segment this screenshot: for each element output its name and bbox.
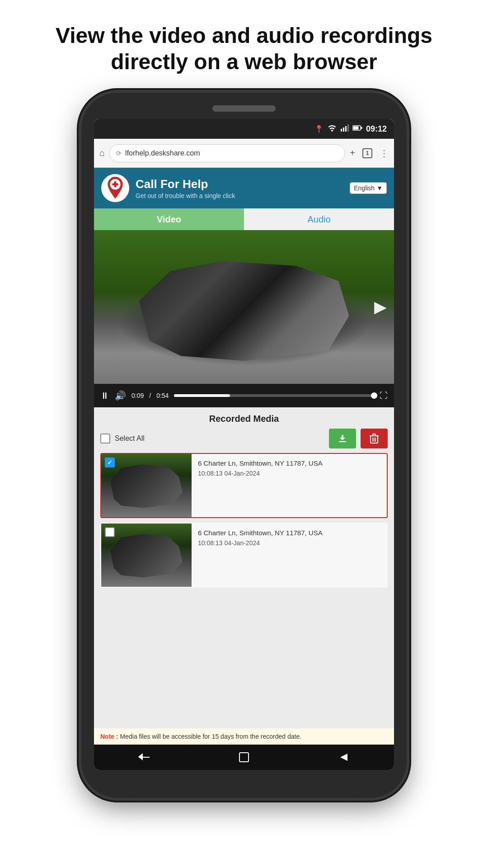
media-thumbnail-1 xyxy=(101,454,192,517)
total-time: 0:54 xyxy=(156,392,169,399)
progress-bar[interactable] xyxy=(174,394,374,397)
time-separator: / xyxy=(149,392,151,399)
battery-icon xyxy=(352,125,362,133)
signal-icon xyxy=(341,124,349,133)
svg-rect-6 xyxy=(361,127,362,129)
media-thumbnail-2 xyxy=(101,524,192,587)
progress-fill xyxy=(174,394,230,397)
svg-rect-2 xyxy=(345,126,347,132)
language-value: English xyxy=(354,184,375,192)
app-header: Call For Help Get out of trouble with a … xyxy=(94,168,394,208)
language-selector[interactable]: English ▼ xyxy=(350,182,387,194)
tab-audio[interactable]: Audio xyxy=(244,208,394,230)
nav-back-gesture-button[interactable] xyxy=(338,752,349,763)
delete-button[interactable] xyxy=(361,429,388,448)
volume-button[interactable]: 🔊 xyxy=(115,390,126,401)
nav-home-button[interactable] xyxy=(239,752,249,762)
status-icons: 📍 xyxy=(314,124,387,134)
location-icon: 📍 xyxy=(314,125,324,133)
download-icon xyxy=(337,433,348,444)
home-icon[interactable]: ⌂ xyxy=(99,148,105,158)
svg-rect-12 xyxy=(373,434,375,436)
media-info-1: 6 Charter Ln, Smithtown, NY 11787, USA 1… xyxy=(192,454,329,517)
media-location-2: 6 Charter Ln, Smithtown, NY 11787, USA xyxy=(198,529,323,537)
video-thumbnail xyxy=(94,230,394,384)
status-time: 09:12 xyxy=(366,124,387,134)
trash-icon xyxy=(369,433,379,444)
tabs-bar: Video Audio xyxy=(94,208,394,230)
tab-count[interactable]: 1 xyxy=(362,148,372,158)
app-logo xyxy=(101,174,129,202)
browser-address-bar[interactable]: ⌂ ⟳ lforhelp.deskshare.com + 1 ⋮ xyxy=(94,139,394,168)
svg-rect-0 xyxy=(341,129,342,132)
security-icon: ⟳ xyxy=(116,150,122,157)
nav-back-button[interactable] xyxy=(139,757,150,758)
media-list: 6 Charter Ln, Smithtown, NY 11787, USA 1… xyxy=(94,453,394,728)
media-location-1: 6 Charter Ln, Smithtown, NY 11787, USA xyxy=(198,459,323,467)
video-controls-bar: ⏸ 🔊 0:09 / 0:54 ⛶ xyxy=(94,384,394,407)
phone-frame: 📍 xyxy=(81,93,407,798)
media-datetime-1: 10:08:13 04-Jan-2024 xyxy=(198,470,323,477)
svg-rect-3 xyxy=(347,124,349,132)
recorded-media-section: Recorded Media Select All xyxy=(94,407,394,745)
back-triangle-icon xyxy=(338,752,349,763)
video-player[interactable]: ▶ xyxy=(94,230,394,384)
section-title: Recorded Media xyxy=(94,407,394,429)
media-info-2: 6 Charter Ln, Smithtown, NY 11787, USA 1… xyxy=(192,524,329,587)
select-all-label: Select All xyxy=(115,434,145,443)
select-all-checkbox[interactable] xyxy=(100,434,110,443)
media-datetime-2: 10:08:13 04-Jan-2024 xyxy=(198,539,323,547)
page-heading: View the video and audio recordings dire… xyxy=(28,23,460,75)
tab-video[interactable]: Video xyxy=(94,208,244,230)
item-checkbox-1[interactable] xyxy=(105,458,115,467)
url-text: lforhelp.deskshare.com xyxy=(125,149,200,157)
new-tab-icon[interactable]: + xyxy=(350,148,355,158)
current-time: 0:09 xyxy=(131,392,144,399)
progress-thumb xyxy=(371,392,377,399)
note-bar: Note : Media files will be accessible fo… xyxy=(94,728,394,745)
media-toolbar: Select All xyxy=(94,429,394,453)
svg-rect-9 xyxy=(112,183,118,185)
status-bar: 📍 xyxy=(94,119,394,139)
item-checkbox-2[interactable] xyxy=(105,527,115,537)
phone-screen: 📍 xyxy=(94,119,394,770)
url-bar[interactable]: ⟳ lforhelp.deskshare.com xyxy=(109,144,345,162)
media-item[interactable]: 6 Charter Ln, Smithtown, NY 11787, USA 1… xyxy=(100,453,388,518)
phone-nav-bar xyxy=(94,745,394,770)
fullscreen-button[interactable]: ⛶ xyxy=(380,391,388,401)
app-name: Call For Help xyxy=(136,177,343,191)
media-item[interactable]: 6 Charter Ln, Smithtown, NY 11787, USA 1… xyxy=(100,523,388,588)
svg-marker-16 xyxy=(340,754,347,761)
dropdown-arrow-icon: ▼ xyxy=(376,184,383,192)
pause-button[interactable]: ⏸ xyxy=(100,391,109,401)
wifi-icon xyxy=(327,124,337,133)
app-tagline: Get out of trouble with a single click xyxy=(136,192,343,199)
car-crash-image xyxy=(94,230,394,384)
nav-square-icon xyxy=(239,752,249,762)
note-text: Media files will be accessible for 15 da… xyxy=(120,733,302,740)
download-button[interactable] xyxy=(329,429,356,448)
menu-icon[interactable]: ⋮ xyxy=(380,148,389,159)
browser-actions: + 1 ⋮ xyxy=(350,148,389,159)
next-arrow-icon[interactable]: ▶ xyxy=(374,297,387,316)
app-title-block: Call For Help Get out of trouble with a … xyxy=(136,177,343,199)
svg-rect-5 xyxy=(353,127,358,130)
note-label: Note : xyxy=(100,733,118,740)
phone-speaker xyxy=(212,105,276,112)
svg-rect-1 xyxy=(343,127,344,132)
